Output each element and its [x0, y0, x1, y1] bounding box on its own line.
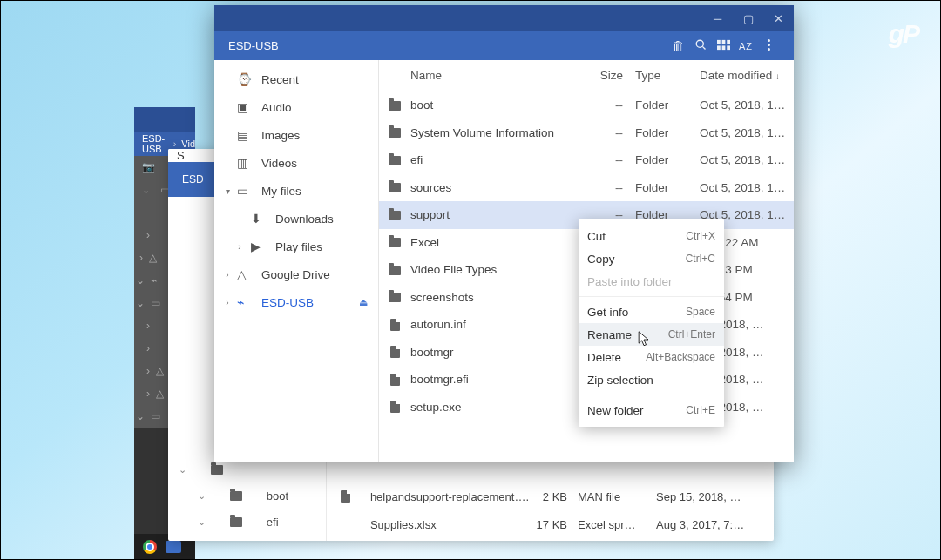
- svg-rect-6: [721, 45, 725, 50]
- svg-rect-5: [717, 45, 721, 50]
- column-name[interactable]: Name: [410, 69, 592, 82]
- folder-icon: [389, 128, 401, 138]
- file-row[interactable]: boot--FolderOct 5, 2018, 11…: [379, 91, 794, 119]
- sidebar-item-downloads[interactable]: ⬇Downloads: [214, 205, 378, 233]
- sidebar-item-my-files[interactable]: ▾▭My files: [214, 177, 378, 205]
- context-menu-label: Rename: [587, 328, 668, 341]
- column-size[interactable]: Size: [592, 69, 635, 82]
- context-menu-shortcut: Ctrl+C: [686, 253, 715, 265]
- sidebar-item-label: Play files: [275, 240, 322, 253]
- column-headers[interactable]: Name Size Type Date modified ↓: [379, 60, 794, 91]
- mid-file-size: 17 KB: [529, 518, 578, 531]
- sidebar-item-label: Audio: [261, 101, 292, 114]
- sidebar-item-videos[interactable]: ▥Videos: [214, 149, 378, 177]
- breadcrumb-part: Vid: [181, 138, 195, 149]
- mid-sidebar-item[interactable]: ⌄ boot: [168, 482, 326, 509]
- expand-icon[interactable]: ⌄: [179, 464, 186, 476]
- folder-icon: [230, 491, 242, 501]
- svg-rect-2: [717, 40, 721, 44]
- expand-icon[interactable]: ⌄: [198, 490, 206, 502]
- file-name: System Volume Information: [410, 126, 592, 139]
- file-name: support: [410, 208, 592, 221]
- files-app-icon[interactable]: [166, 541, 181, 553]
- file-name: setup.exe: [410, 401, 592, 414]
- mid-file-row[interactable]: helpandsupport-replacement….2 KBMAN file…: [327, 482, 774, 510]
- close-button[interactable]: ✕: [772, 12, 785, 25]
- chevron-right-icon: ›: [173, 138, 177, 149]
- view-toggle-icon[interactable]: [712, 38, 735, 53]
- maximize-button[interactable]: ▢: [741, 12, 755, 25]
- sidebar-icon: ▣: [237, 100, 251, 114]
- context-menu-shortcut: Ctrl+Enter: [668, 328, 715, 341]
- sidebar-item-audio[interactable]: ▣Audio: [214, 93, 378, 121]
- file-row[interactable]: System Volume Information--FolderOct 5, …: [379, 119, 794, 147]
- file-row[interactable]: efi--FolderOct 5, 2018, 11…: [379, 146, 794, 174]
- folder-icon: [389, 211, 401, 220]
- chrome-icon[interactable]: [143, 540, 157, 554]
- context-menu-copy[interactable]: CopyCtrl+C: [579, 247, 724, 270]
- expand-icon[interactable]: ›: [223, 298, 232, 307]
- wallpaper-logo: gP: [889, 19, 918, 49]
- sidebar-icon: ▶: [251, 240, 265, 253]
- window-titlebar[interactable]: ─ ▢ ✕: [214, 5, 794, 31]
- folder-icon: [389, 266, 401, 275]
- context-menu[interactable]: CutCtrl+XCopyCtrl+CPaste into folderGet …: [579, 219, 724, 427]
- svg-line-1: [702, 46, 705, 49]
- file-date: Oct 5, 2018, 11…: [700, 181, 794, 194]
- expand-icon[interactable]: ▾: [223, 186, 232, 196]
- context-menu-shortcut: Space: [686, 306, 715, 318]
- file-type: Folder: [635, 126, 700, 139]
- sidebar-item-label: Recent: [261, 73, 299, 86]
- sidebar-icon: ▥: [237, 156, 251, 170]
- file-icon: [341, 490, 350, 503]
- mid-file-size: 2 KB: [529, 490, 578, 503]
- sidebar: ⌚Recent▣Audio▤Images▥Videos▾▭My files⬇Do…: [214, 60, 379, 462]
- context-menu-label: Delete: [587, 351, 646, 364]
- context-menu-delete[interactable]: DeleteAlt+Backspace: [579, 346, 724, 368]
- file-size: --: [592, 153, 635, 166]
- sidebar-item-label: ESD-USB: [261, 296, 314, 309]
- sidebar-item-label: My files: [261, 185, 301, 198]
- sidebar-item-play-files[interactable]: ›▶Play files: [214, 233, 378, 260]
- file-date: Oct 5, 2018, 11…: [700, 126, 794, 139]
- context-menu-zip-selection[interactable]: Zip selection: [579, 368, 724, 391]
- file-size: --: [592, 126, 635, 139]
- file-size: --: [592, 98, 635, 111]
- folder-icon: [389, 183, 401, 192]
- search-icon[interactable]: [689, 38, 712, 54]
- sidebar-item-label: Google Drive: [261, 268, 330, 281]
- folder-icon: [211, 465, 223, 475]
- delete-icon[interactable]: 🗑: [667, 38, 689, 53]
- folder-icon: [389, 293, 401, 302]
- sidebar-item-label: Images: [261, 129, 300, 142]
- sort-button[interactable]: AZ: [735, 41, 757, 51]
- expand-icon[interactable]: ⌄: [198, 516, 206, 528]
- bg-titlebar: [134, 107, 195, 132]
- file-name: bootmgr.efi: [410, 373, 592, 386]
- context-menu-rename[interactable]: RenameCtrl+Enter: [579, 323, 724, 346]
- mid-sidebar-item[interactable]: ⌄ Excel: [168, 535, 326, 541]
- expand-icon[interactable]: ›: [223, 270, 232, 280]
- column-date[interactable]: Date modified ↓: [700, 69, 794, 82]
- context-menu-new-folder[interactable]: New folderCtrl+E: [579, 399, 724, 422]
- file-date: Oct 5, 2018, 11…: [700, 153, 794, 166]
- mid-file-type: MAN file: [578, 490, 656, 503]
- mid-sidebar-item[interactable]: ⌄ efi: [168, 509, 326, 535]
- sidebar-item-images[interactable]: ▤Images: [214, 121, 378, 149]
- mid-file-row[interactable]: Supplies.xlsx17 KBExcel spr…Aug 3, 2017,…: [327, 510, 774, 538]
- column-type[interactable]: Type: [635, 69, 700, 82]
- minimize-button[interactable]: ─: [711, 12, 724, 25]
- sidebar-item-google-drive[interactable]: ›△Google Drive: [214, 260, 378, 288]
- expand-icon[interactable]: ›: [235, 242, 244, 252]
- file-row[interactable]: sources--FolderOct 5, 2018, 11…: [379, 174, 794, 202]
- more-menu-icon[interactable]: [757, 37, 780, 55]
- context-menu-cut[interactable]: CutCtrl+X: [579, 225, 724, 247]
- sidebar-item-label: Downloads: [275, 213, 334, 226]
- context-menu-shortcut: Ctrl+E: [686, 404, 715, 416]
- svg-point-0: [696, 40, 703, 47]
- sidebar-item-esd-usb[interactable]: ›⌁ESD-USB⏏: [214, 288, 378, 316]
- sidebar-item-recent[interactable]: ⌚Recent: [214, 65, 378, 93]
- eject-icon[interactable]: ⏏: [359, 297, 368, 308]
- file-icon: [390, 401, 400, 413]
- context-menu-get-info[interactable]: Get infoSpace: [579, 300, 724, 323]
